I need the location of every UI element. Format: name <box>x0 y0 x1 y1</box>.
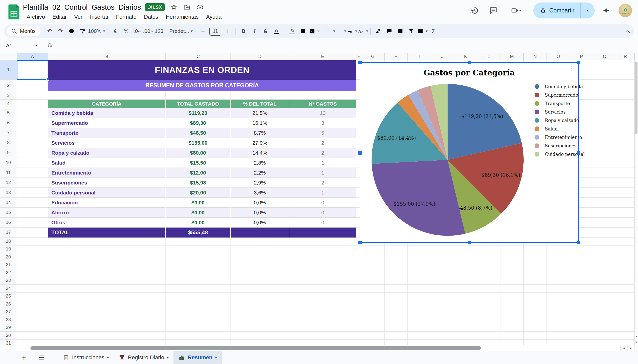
column-header-K[interactable]: K <box>454 53 477 60</box>
row-header-15[interactable]: 15 <box>0 208 17 218</box>
table-cell[interactable]: Salud <box>48 158 166 168</box>
zoom-select[interactable]: 100%▾ <box>88 26 105 36</box>
functions-button[interactable]: Σ <box>428 26 439 36</box>
table-cell[interactable]: 16,1% <box>231 118 289 128</box>
row-header-23[interactable]: 23 <box>0 277 17 285</box>
sheet-tab-caret-icon[interactable]: ▾ <box>167 356 169 360</box>
menu-archivo[interactable]: Archivo <box>23 13 49 21</box>
table-cell[interactable]: 2 <box>289 178 356 188</box>
row-header-21[interactable]: 21 <box>0 261 17 269</box>
menu-insertar[interactable]: Insertar <box>86 13 112 21</box>
star-icon[interactable] <box>170 4 178 11</box>
table-cell[interactable]: $12,00 <box>166 168 231 178</box>
table-cell[interactable]: 1 <box>289 158 356 168</box>
table-cell[interactable]: 21,5% <box>231 108 289 118</box>
insert-chart-button[interactable] <box>395 26 406 36</box>
column-header-P[interactable]: P <box>570 53 593 60</box>
formula-input[interactable] <box>52 38 638 53</box>
text-wrap-button[interactable]: ▾ <box>346 26 357 36</box>
create-filter-button[interactable] <box>406 26 417 36</box>
table-cell[interactable]: Ahorro <box>48 208 166 218</box>
search-menus-button[interactable]: Menús <box>7 26 41 36</box>
total-empty-cell[interactable] <box>231 228 289 238</box>
sheet-tab-caret-icon[interactable]: ▾ <box>215 356 217 360</box>
scroll-right-icon[interactable]: ▶ <box>627 345 634 351</box>
row-header-9[interactable]: 9 <box>0 148 17 158</box>
decrease-font-size-button[interactable]: − <box>197 26 208 36</box>
format-currency-button[interactable]: € <box>110 26 121 36</box>
meet-caret-icon[interactable]: ▾ <box>519 8 521 13</box>
row-header-19[interactable]: 19 <box>0 246 17 254</box>
increase-font-size-button[interactable]: + <box>222 26 233 36</box>
table-header-cell[interactable]: % DEL TOTAL <box>231 100 289 108</box>
undo-icon[interactable]: ↶ <box>44 26 55 36</box>
decrease-decimal-button[interactable]: .0← <box>132 26 143 36</box>
column-header-Q[interactable]: Q <box>593 53 616 60</box>
table-cell[interactable]: Transporte <box>48 128 166 138</box>
horizontal-align-button[interactable]: ▾ <box>324 26 335 36</box>
table-cell[interactable]: 2,8% <box>231 158 289 168</box>
row-header-26[interactable]: 26 <box>0 300 17 308</box>
table-cell[interactable]: Educación <box>48 198 166 208</box>
table-cell[interactable]: $80,00 <box>166 148 231 158</box>
resize-handle-n[interactable] <box>468 61 471 64</box>
table-cell[interactable]: 0,0% <box>231 198 289 208</box>
table-cell[interactable]: 1 <box>289 188 356 198</box>
column-header-G[interactable]: G <box>361 53 385 60</box>
text-color-button[interactable]: A <box>271 26 282 36</box>
row-header-10[interactable]: 10 <box>0 158 17 168</box>
row-header-5[interactable]: 5 <box>0 108 17 118</box>
merge-cells-button[interactable]: ▾ <box>308 26 320 36</box>
table-cell[interactable]: 0 <box>289 198 356 208</box>
column-header-H[interactable]: H <box>385 53 408 60</box>
table-cell[interactable]: $89,30 <box>166 118 231 128</box>
paint-format-icon[interactable] <box>77 26 88 36</box>
table-cell[interactable]: 2 <box>289 148 356 158</box>
select-all-corner[interactable] <box>0 53 17 60</box>
add-sheet-icon[interactable]: + <box>20 353 28 362</box>
row-header-29[interactable]: 29 <box>0 324 17 332</box>
table-cell[interactable]: $20,00 <box>166 188 231 198</box>
account-avatar[interactable]: $ AVANZA <box>618 4 632 17</box>
row-header-13[interactable]: 13 <box>0 188 17 198</box>
table-cell[interactable]: Supermercado <box>48 118 166 128</box>
table-cell[interactable]: 2,9% <box>231 178 289 188</box>
column-header-N[interactable]: N <box>524 53 547 60</box>
row-header-6[interactable]: 6 <box>0 118 17 128</box>
resize-handle-w[interactable] <box>358 152 362 154</box>
resize-handle-nw[interactable] <box>358 61 362 64</box>
row-header-18[interactable]: 18 <box>0 238 17 246</box>
comments-icon[interactable] <box>488 6 498 16</box>
table-cell[interactable]: Suscripciones <box>48 178 166 188</box>
redo-icon[interactable]: ↷ <box>55 26 66 36</box>
increase-decimal-button[interactable]: .00→ <box>143 26 154 36</box>
row-header-28[interactable]: 28 <box>0 316 17 324</box>
table-cell[interactable]: 2 <box>289 138 356 148</box>
menu-ver[interactable]: Ver <box>71 13 86 21</box>
table-header-cell[interactable]: CATEGORÍA <box>48 100 166 108</box>
table-cell[interactable]: $155,00 <box>166 138 231 148</box>
menu-ayuda[interactable]: Ayuda <box>202 13 225 21</box>
table-cell[interactable]: Entretenimiento <box>48 168 166 178</box>
menu-editar[interactable]: Editar <box>49 13 70 21</box>
menu-datos[interactable]: Datos <box>140 13 162 21</box>
row-header-31[interactable]: 31 <box>0 340 17 345</box>
row-header-27[interactable]: 27 <box>0 308 17 316</box>
number-format-select[interactable]: Predet...▾ <box>169 26 193 36</box>
fill-handle[interactable] <box>46 78 49 81</box>
row-header-7[interactable]: 7 <box>0 128 17 138</box>
resize-handle-ne[interactable] <box>577 61 580 64</box>
borders-button[interactable] <box>297 26 308 36</box>
column-header-L[interactable]: L <box>477 53 500 60</box>
column-header-F[interactable]: F <box>356 53 361 60</box>
table-cell[interactable]: $0,00 <box>166 198 231 208</box>
scroll-down-icon[interactable]: ▼ <box>634 339 638 345</box>
table-cell[interactable]: Ropa y calzado <box>48 148 166 158</box>
row-header-30[interactable]: 30 <box>0 332 17 340</box>
column-header-C[interactable]: C <box>166 53 231 60</box>
fill-color-button[interactable] <box>287 26 297 36</box>
italic-button[interactable]: I <box>249 26 260 36</box>
column-header-O[interactable]: O <box>547 53 570 60</box>
share-dropdown[interactable]: ▾ <box>580 2 595 18</box>
horizontal-scrollbar-thumb[interactable] <box>31 346 481 350</box>
